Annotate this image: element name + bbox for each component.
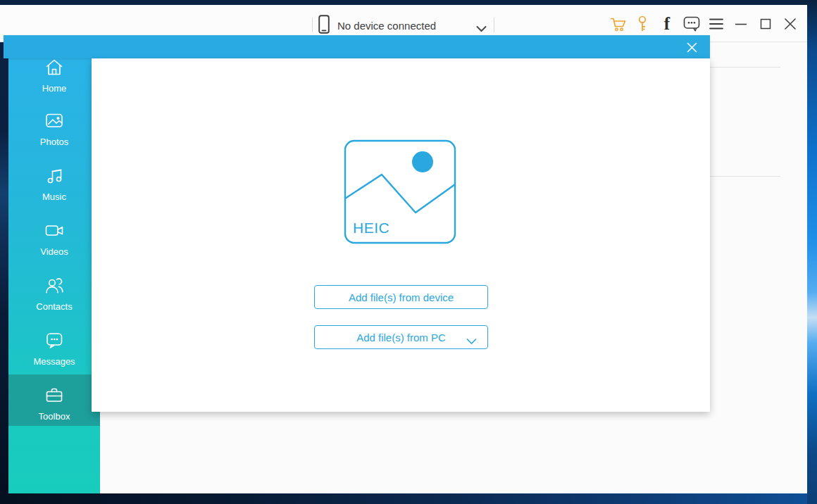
close-icon (687, 42, 697, 53)
content-separator-line (710, 67, 780, 68)
toolbox-icon (44, 385, 64, 408)
button-label: Add file(s) from PC (356, 332, 446, 344)
sidebar-item-messages[interactable]: Messages (8, 330, 100, 367)
sidebar-item-label: Toolbox (39, 411, 70, 422)
desktop-wallpaper-right (807, 0, 817, 504)
minimize-icon[interactable] (732, 15, 749, 32)
sidebar-nav: Home Photos Music (8, 42, 100, 493)
chevron-down-icon (476, 23, 487, 35)
heic-image-icon: HEIC (344, 139, 456, 244)
heic-converter-popup: HEIC Add file(s) from device Add file(s)… (92, 58, 710, 412)
sidebar-item-music[interactable]: Music (8, 165, 100, 202)
sidebar-item-label: Videos (40, 246, 68, 257)
sidebar-item-label: Music (42, 191, 66, 202)
chevron-down-icon (466, 335, 477, 347)
desktop-wallpaper-left (0, 5, 8, 504)
desktop-wallpaper-bottom (0, 493, 807, 504)
content-separator-line (710, 176, 780, 177)
sidebar-item-toolbox[interactable]: Toolbox (8, 374, 100, 426)
desktop-wallpaper-top (0, 0, 817, 5)
feedback-icon[interactable] (683, 15, 700, 32)
sidebar-item-label: Messages (33, 356, 75, 367)
sidebar-item-label: Home (42, 83, 67, 94)
toolbar-icon-group: f (609, 13, 799, 35)
menu-icon[interactable] (708, 15, 725, 32)
music-icon (44, 165, 64, 188)
contacts-icon (44, 275, 64, 298)
home-icon (44, 57, 64, 80)
sidebar-item-label: Contacts (36, 301, 72, 312)
heic-format-label: HEIC (353, 220, 389, 237)
cart-icon[interactable] (609, 15, 626, 32)
toolbar-divider (494, 18, 494, 32)
sidebar-item-contacts[interactable]: Contacts (8, 275, 100, 312)
add-files-from-device-button[interactable]: Add file(s) from device (314, 285, 488, 309)
sidebar-item-photos[interactable]: Photos (8, 111, 100, 147)
photos-icon (44, 111, 64, 133)
device-selector-dropdown[interactable]: No device connected (318, 15, 494, 35)
device-status-label: No device connected (337, 20, 436, 32)
close-icon[interactable] (782, 15, 799, 32)
add-files-from-pc-button[interactable]: Add file(s) from PC (314, 325, 488, 349)
phone-icon (318, 15, 330, 37)
sidebar-item-videos[interactable]: Videos (8, 220, 100, 257)
sidebar-item-label: Photos (40, 137, 68, 147)
key-icon[interactable] (634, 15, 651, 32)
messages-icon (44, 330, 64, 353)
toolbar-divider (312, 18, 313, 32)
videos-icon (44, 220, 64, 243)
facebook-icon[interactable]: f (659, 15, 675, 32)
maximize-icon[interactable] (757, 15, 774, 32)
sidebar-item-home[interactable]: Home (8, 57, 100, 94)
popup-title-bar (4, 35, 710, 58)
popup-close-button[interactable] (683, 39, 700, 56)
button-label: Add file(s) from device (349, 291, 454, 303)
